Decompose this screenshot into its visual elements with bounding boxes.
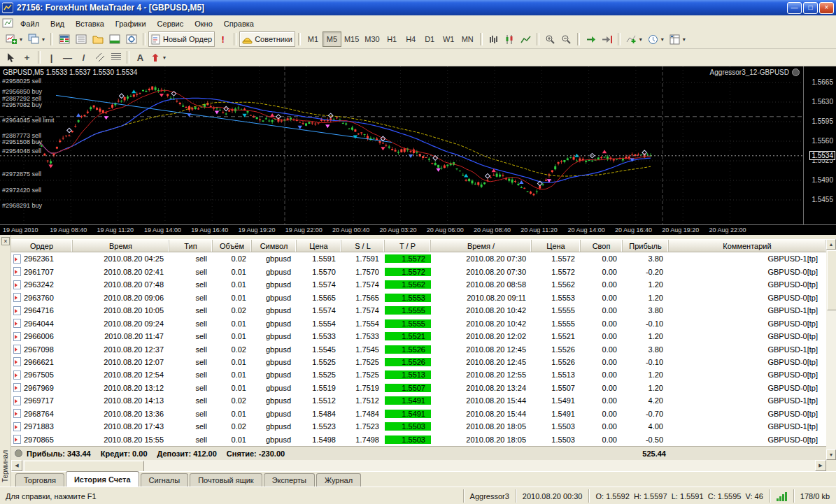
- cell: 2010.08.20 09:24: [73, 319, 169, 328]
- new-chart-button[interactable]: ▾: [3, 31, 25, 47]
- bar-chart-button[interactable]: [486, 31, 502, 47]
- arrows-button[interactable]: ▾: [148, 50, 169, 65]
- tab-3[interactable]: Почтовый ящик: [190, 473, 262, 487]
- scroll-up-button[interactable]: ▲: [826, 239, 836, 250]
- vertical-scrollbar[interactable]: ▲ ▼: [826, 239, 836, 460]
- tab-5[interactable]: Журнал: [316, 473, 361, 487]
- history-row[interactable]: 29660062010.08.20 11:47sell0.01gbpusd1.5…: [11, 330, 826, 343]
- line-chart-button[interactable]: [518, 31, 534, 47]
- history-row[interactable]: 29708652010.08.20 15:55sell0.01gbpusd1.5…: [11, 433, 826, 446]
- minimize-button[interactable]: —: [787, 2, 802, 14]
- history-row[interactable]: 29617072010.08.20 02:41sell0.01gbpusd1.5…: [11, 265, 826, 278]
- tab-4[interactable]: Эксперты: [264, 473, 315, 487]
- timeframe-h1-button[interactable]: H1: [383, 31, 402, 47]
- history-row[interactable]: 29632422010.08.20 07:48sell0.01gbpusd1.5…: [11, 278, 826, 291]
- history-row[interactable]: 29670982010.08.20 12:37sell0.02gbpusd1.5…: [11, 343, 826, 355]
- history-row[interactable]: 29637602010.08.20 09:06sell0.01gbpusd1.5…: [11, 291, 826, 303]
- cell: 1.7574: [341, 280, 385, 289]
- column-header-8[interactable]: Время /: [431, 240, 532, 252]
- crosshair-button[interactable]: +: [19, 50, 35, 65]
- profiles-button[interactable]: ▾: [25, 31, 48, 47]
- terminal-button[interactable]: [106, 31, 123, 47]
- candlestick-chart-button[interactable]: [502, 31, 518, 47]
- vertical-line-button[interactable]: |: [43, 50, 59, 65]
- auto-scroll-button[interactable]: [583, 31, 599, 47]
- text-button[interactable]: A: [132, 50, 148, 65]
- fibonacci-button[interactable]: [108, 50, 124, 65]
- data-window-button[interactable]: [73, 31, 90, 47]
- cell: 0.01: [213, 294, 252, 302]
- strategy-tester-button[interactable]: [123, 31, 140, 47]
- periods-button[interactable]: ▾: [645, 31, 667, 47]
- column-header-9[interactable]: Цена: [532, 240, 581, 252]
- column-header-11[interactable]: Прибыль: [623, 240, 669, 252]
- chart-shift-button[interactable]: [599, 31, 615, 47]
- vertical-scroll-thumb[interactable]: [827, 250, 836, 310]
- timeframe-w1-button[interactable]: W1: [439, 31, 458, 47]
- history-row[interactable]: 29687642010.08.20 13:36sell0.01gbpusd1.5…: [11, 408, 826, 420]
- zoom-in-button[interactable]: [542, 31, 558, 47]
- chart-plot[interactable]: GBPUSD,M5 1.5533 1.5537 1.5530 1.5534 Ag…: [0, 66, 803, 224]
- column-header-12[interactable]: Комментарий: [669, 240, 826, 252]
- history-row[interactable]: 29675052010.08.20 12:54sell0.01gbpusd1.5…: [11, 368, 826, 381]
- menu-item-4[interactable]: Сервис: [152, 18, 190, 29]
- column-header-7[interactable]: T / P: [385, 240, 431, 252]
- menu-item-2[interactable]: Вставка: [70, 18, 110, 29]
- column-header-0[interactable]: Ордер: [11, 240, 73, 252]
- timeframe-m5-button[interactable]: M5: [323, 31, 341, 47]
- column-header-10[interactable]: Своп: [581, 240, 623, 252]
- cell: 2010.08.20 12:45: [431, 345, 532, 354]
- column-header-3[interactable]: Объём: [213, 240, 252, 252]
- market-watch-button[interactable]: [56, 31, 73, 47]
- timeframe-d1-button[interactable]: D1: [420, 31, 439, 47]
- timeframe-m30-button[interactable]: M30: [362, 31, 382, 47]
- new-order-button[interactable]: Новый Ордер: [148, 31, 215, 47]
- indicators-button[interactable]: ▾: [623, 31, 645, 47]
- terminal-close-button[interactable]: ×: [1, 237, 10, 245]
- close-button[interactable]: ×: [819, 2, 834, 14]
- templates-button[interactable]: ▾: [667, 31, 688, 47]
- cell: gbpusd: [252, 345, 297, 354]
- tab-0[interactable]: Торговля: [15, 473, 64, 487]
- scroll-left-button[interactable]: ◀: [11, 460, 22, 471]
- experts-button[interactable]: Советники: [239, 31, 295, 47]
- cell: 1.20: [623, 384, 669, 392]
- cell: 2967969: [11, 383, 73, 392]
- column-header-4[interactable]: Символ: [252, 240, 297, 252]
- column-header-6[interactable]: S / L: [341, 240, 385, 252]
- navigator-button[interactable]: [90, 31, 106, 47]
- tab-1[interactable]: История Счета: [66, 471, 139, 487]
- trendline-button[interactable]: /: [76, 50, 92, 65]
- history-row[interactable]: 29647162010.08.20 10:05sell0.02gbpusd1.5…: [11, 304, 826, 317]
- column-header-5[interactable]: Цена: [297, 240, 341, 252]
- timeframe-mn-button[interactable]: MN: [458, 31, 477, 47]
- timeframe-m1-button[interactable]: M1: [304, 31, 323, 47]
- zoom-out-button[interactable]: [558, 31, 574, 47]
- alert-button[interactable]: !: [215, 31, 231, 47]
- column-header-2[interactable]: Тип: [169, 240, 213, 252]
- history-row[interactable]: 29623612010.08.20 04:25sell0.02gbpusd1.5…: [11, 252, 826, 265]
- history-row[interactable]: 29718832010.08.20 17:43sell0.02gbpusd1.5…: [11, 420, 826, 433]
- cell: GBPUSD-0[tp]: [669, 268, 826, 276]
- menu-item-0[interactable]: Файл: [15, 18, 45, 29]
- history-row[interactable]: 29679692010.08.20 13:12sell0.01gbpusd1.5…: [11, 382, 826, 394]
- history-row[interactable]: 29640442010.08.20 09:24sell0.01gbpusd1.5…: [11, 317, 826, 329]
- history-row[interactable]: 29697172010.08.20 14:13sell0.02gbpusd1.5…: [11, 394, 826, 407]
- menu-item-3[interactable]: Графики: [110, 18, 152, 29]
- horizontal-scroll-thumb[interactable]: [24, 461, 144, 472]
- menu-item-6[interactable]: Справка: [218, 18, 260, 29]
- horizontal-line-button[interactable]: —: [59, 50, 76, 65]
- channel-button[interactable]: [92, 50, 108, 65]
- restore-button[interactable]: □: [803, 2, 818, 14]
- cursor-button[interactable]: [3, 50, 19, 65]
- scroll-right-button[interactable]: ▶: [815, 460, 826, 471]
- scroll-down-button[interactable]: ▼: [826, 449, 836, 460]
- column-header-1[interactable]: Время: [73, 240, 169, 252]
- history-row[interactable]: 29666212010.08.20 12:07sell0.01gbpusd1.5…: [11, 356, 826, 368]
- timeframe-h4-button[interactable]: H4: [402, 31, 420, 47]
- menu-item-1[interactable]: Вид: [45, 18, 70, 29]
- horizontal-scrollbar[interactable]: ◀ ▶: [11, 460, 826, 471]
- menu-item-5[interactable]: Окно: [189, 18, 218, 29]
- timeframe-m15-button[interactable]: M15: [341, 31, 362, 47]
- tab-2[interactable]: Сигналы: [141, 473, 189, 487]
